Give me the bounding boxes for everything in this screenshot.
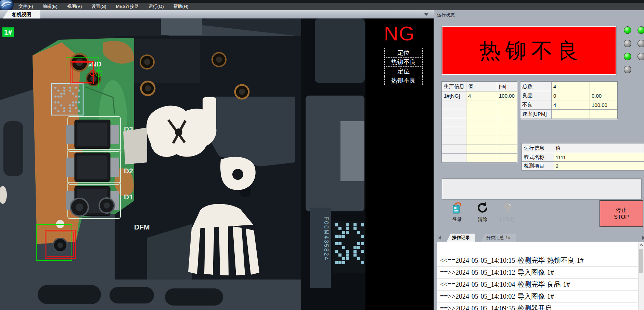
login-button[interactable]: 登录 [447,201,467,223]
runinfo-table-row-1: 检测项目2 [522,162,644,170]
production-table-cell-6-1 [466,145,497,154]
production-table-cell-7-0 [442,154,466,163]
menu-item-4[interactable]: 设置(S) [87,3,111,10]
run-status-panel: 运行状态 热铆不良 生产信息值[%]1#[NG]4100.00 总数4良品00.… [434,10,644,310]
production-table-cell-7-2 [497,154,517,163]
production-table-header-0: 生产信息 [442,82,466,91]
runinfo-table-cell-0-0: 程式名称 [522,153,554,162]
check-item-4: 热铆不良 [384,76,423,85]
chevron-down-icon[interactable] [424,13,428,16]
production-table-cell-5-2 [497,136,517,145]
production-table-row-2 [442,109,517,118]
stop-label-cn: 停止 [616,207,627,214]
menu-bar: 文件(F)编辑(E)视图(V)设置(S)MES连接器运行(O)帮助(H) [14,3,193,10]
scroll-up-icon[interactable] [640,244,643,246]
stop-label-en: STOP [614,214,629,221]
production-table-cell-2-2 [497,109,517,118]
message-box [442,178,642,200]
inspection-result-text: NG [365,23,434,44]
production-table-cell-6-0 [442,145,466,154]
stats-table-row-1: 良品00.00 [520,91,617,100]
panel-separator [435,19,643,20]
status-led-r3c2 [637,53,644,60]
check-item-2: 热铆不良 [384,57,423,67]
status-led-r2c2 [637,40,644,47]
production-table-cell-1-2 [497,100,517,109]
stats-table-cell-0-1: 4 [552,82,590,91]
clear-button-label: 清除 [473,216,492,223]
led-bulb-icon [501,210,514,215]
stats-table-row-2: 不良4100.00 [520,100,617,110]
clear-button[interactable]: 清除 [473,201,492,223]
production-table-cell-0-2: 100.00 [497,91,517,100]
production-table-cell-6-2 [497,145,517,154]
menu-item-3[interactable]: 视图(V) [62,3,87,10]
stats-table-cell-3-2 [590,110,617,119]
defect-banner: 热铆不良 [442,26,616,75]
count-stats-table: 总数4良品00.00不良4100.00速率[UPM] [520,82,617,119]
runinfo-table-header-0: 运行信息 [522,144,554,153]
status-led-r2c1 [624,40,631,47]
stats-table-cell-0-0: 总数 [520,82,552,91]
login-icon [451,210,464,215]
stats-table-cell-3-0: 速率[UPM] [520,110,552,119]
production-table-cell-7-1 [466,154,497,163]
led-light-button[interactable]: LED 灯 [498,201,517,223]
panel-title: 运行状态 [437,12,455,18]
log-entry-2: ==>>2024-05-05_14:10:12-导入图像-1# [437,266,644,278]
menu-item-6[interactable]: 运行(O) [144,3,169,10]
log-tab-2[interactable]: 分类汇总-1# [481,234,516,242]
production-table-cell-3-2 [497,118,517,127]
production-table-row-3 [442,118,517,127]
tab-camera-view[interactable]: 相机视图 [3,10,40,18]
production-table-cell-4-2 [497,127,517,136]
tab-scroll-left-icon[interactable] [438,236,441,240]
stats-table-cell-2-2: 100.00 [590,100,617,110]
stats-table-cell-2-0: 不良 [520,100,552,110]
camera-viewport: GND D3 D2 D1 DFM [0,18,365,310]
menu-item-1[interactable]: 文件(F) [14,3,38,10]
tab-scroll-right-icon[interactable] [642,236,644,240]
menu-item-5[interactable]: MES连接器 [111,3,144,10]
station-badge: 1# [2,27,14,37]
production-table-cell-3-0 [442,118,466,127]
production-table-row-1 [442,100,517,109]
production-table-cell-3-1 [466,118,497,127]
production-table-header-row: 生产信息值[%] [442,82,517,91]
runinfo-table-cell-1-1: 2 [554,162,644,170]
logo-swoosh [0,0,13,12]
menu-item-7[interactable]: 帮助(H) [169,3,193,10]
log-entry-4: ==>>2024-05-05_14:10:02-导入图像-1# [437,290,644,302]
production-table: 生产信息值[%]1#[NG]4100.00 [442,82,517,163]
runinfo-table-header-1: 值 [554,144,644,153]
log-tab-1[interactable]: 操作记录 [447,234,475,242]
log-scrollbar[interactable] [638,242,644,310]
status-led-r4c1 [624,66,631,73]
production-table-header-1: 值 [466,82,497,91]
check-item-list: 定位热铆不良定位热铆不良 [384,48,423,85]
production-table-row-0: 1#[NG]4100.00 [442,91,517,100]
runinfo-table-header-row: 运行信息值 [522,144,644,153]
menu-item-2[interactable]: 编辑(E) [38,3,62,10]
dmc-code-housing [333,221,365,273]
stop-button[interactable]: 停止 STOP [600,200,643,227]
status-led-r3c1 [624,53,631,60]
stats-table-cell-0-2 [590,82,617,91]
scrollbar-thumb[interactable] [639,249,643,273]
production-table-cell-5-0 [442,136,466,145]
runinfo-table-cell-0-1: 1111 [554,153,644,162]
runinfo-table: 运行信息值程式名称1111检测项目2 [522,143,644,170]
status-led-r1c1 [624,26,631,34]
production-table-header-2: [%] [497,82,517,91]
status-led-r1c2 [637,26,644,34]
label-dfm: DFM [134,223,150,231]
view-tab-strip: 相机视图 [0,10,434,18]
operation-log-list: <<==2024-05-05_14:10:15-检测完毕-热铆不良-1#==>>… [437,242,644,310]
log-tab-strip: 操作记录分类汇总-1# [437,234,642,242]
production-table-cell-5-1 [466,136,497,145]
label-d2: D2 [124,167,133,175]
stats-table-cell-3-1 [552,110,590,119]
stats-table-row-0: 总数4 [520,82,617,91]
stats-table-cell-1-0: 良品 [520,91,552,100]
stats-table-cell-2-1: 4 [552,100,590,110]
